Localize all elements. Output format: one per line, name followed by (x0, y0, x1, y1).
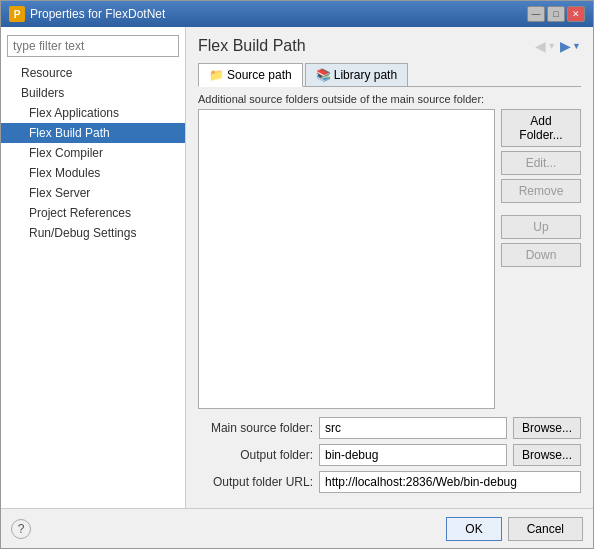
tab-source-path[interactable]: 📁 Source path (198, 63, 303, 87)
back-button[interactable]: ◀ ▼ (535, 38, 556, 54)
output-url-input[interactable] (319, 471, 581, 493)
forward-button[interactable]: ▶ ▼ (560, 38, 581, 54)
source-description: Additional source folders outside of the… (198, 93, 581, 105)
add-folder-button[interactable]: Add Folder... (501, 109, 581, 147)
main-source-row: Main source folder: Browse... (198, 417, 581, 439)
ok-button[interactable]: OK (446, 517, 501, 541)
nav-arrows: ◀ ▼ ▶ ▼ (535, 38, 581, 54)
main-source-browse-button[interactable]: Browse... (513, 417, 581, 439)
output-url-label: Output folder URL: (198, 475, 313, 489)
sidebar: Resource Builders Flex Applications Flex… (1, 27, 186, 508)
down-button[interactable]: Down (501, 243, 581, 267)
library-path-tab-label: Library path (334, 68, 397, 82)
properties-dialog: P Properties for FlexDotNet — □ ✕ Resour… (0, 0, 594, 549)
output-folder-input[interactable] (319, 444, 507, 466)
output-url-row: Output folder URL: (198, 471, 581, 493)
maximize-button[interactable]: □ (547, 6, 565, 22)
sidebar-item-run-debug-settings[interactable]: Run/Debug Settings (1, 223, 185, 243)
output-folder-browse-button[interactable]: Browse... (513, 444, 581, 466)
dropdown-icon2: ▼ (572, 41, 581, 51)
library-path-tab-icon: 📚 (316, 68, 330, 82)
minimize-button[interactable]: — (527, 6, 545, 22)
title-bar: P Properties for FlexDotNet — □ ✕ (1, 1, 593, 27)
window-icon: P (9, 6, 25, 22)
sidebar-item-flex-modules[interactable]: Flex Modules (1, 163, 185, 183)
help-button[interactable]: ? (11, 519, 31, 539)
cancel-button[interactable]: Cancel (508, 517, 583, 541)
up-button[interactable]: Up (501, 215, 581, 239)
source-path-tab-icon: 📁 (209, 68, 223, 82)
dialog-content: Resource Builders Flex Applications Flex… (1, 27, 593, 508)
panel-title: Flex Build Path (198, 37, 306, 55)
sidebar-item-flex-build-path[interactable]: Flex Build Path (1, 123, 185, 143)
close-button[interactable]: ✕ (567, 6, 585, 22)
source-body: Add Folder... Edit... Remove Up Down (198, 109, 581, 409)
window-title: Properties for FlexDotNet (30, 7, 165, 21)
tab-library-path[interactable]: 📚 Library path (305, 63, 408, 86)
bottom-bar: ? OK Cancel (1, 508, 593, 548)
main-panel: Flex Build Path ◀ ▼ ▶ ▼ 📁 Source path (186, 27, 593, 508)
source-buttons: Add Folder... Edit... Remove Up Down (501, 109, 581, 409)
panel-header: Flex Build Path ◀ ▼ ▶ ▼ (198, 37, 581, 55)
back-icon: ◀ (535, 38, 546, 54)
source-list[interactable] (198, 109, 495, 409)
sidebar-item-flex-compiler[interactable]: Flex Compiler (1, 143, 185, 163)
title-controls: — □ ✕ (527, 6, 585, 22)
dropdown-icon: ▼ (547, 41, 556, 51)
source-path-tab-label: Source path (227, 68, 292, 82)
forward-icon: ▶ (560, 38, 571, 54)
filter-input[interactable] (7, 35, 179, 57)
edit-button[interactable]: Edit... (501, 151, 581, 175)
output-folder-row: Output folder: Browse... (198, 444, 581, 466)
remove-button[interactable]: Remove (501, 179, 581, 203)
form-section: Main source folder: Browse... Output fol… (198, 417, 581, 498)
source-panel: Additional source folders outside of the… (198, 93, 581, 498)
sidebar-item-project-references[interactable]: Project References (1, 203, 185, 223)
sidebar-item-resource[interactable]: Resource (1, 63, 185, 83)
tabs-bar: 📁 Source path 📚 Library path (198, 63, 581, 87)
sidebar-item-builders[interactable]: Builders (1, 83, 185, 103)
main-source-input[interactable] (319, 417, 507, 439)
output-folder-label: Output folder: (198, 448, 313, 462)
main-source-label: Main source folder: (198, 421, 313, 435)
sidebar-item-flex-server[interactable]: Flex Server (1, 183, 185, 203)
sidebar-item-flex-applications[interactable]: Flex Applications (1, 103, 185, 123)
title-bar-left: P Properties for FlexDotNet (9, 6, 165, 22)
dialog-buttons: OK Cancel (446, 517, 583, 541)
